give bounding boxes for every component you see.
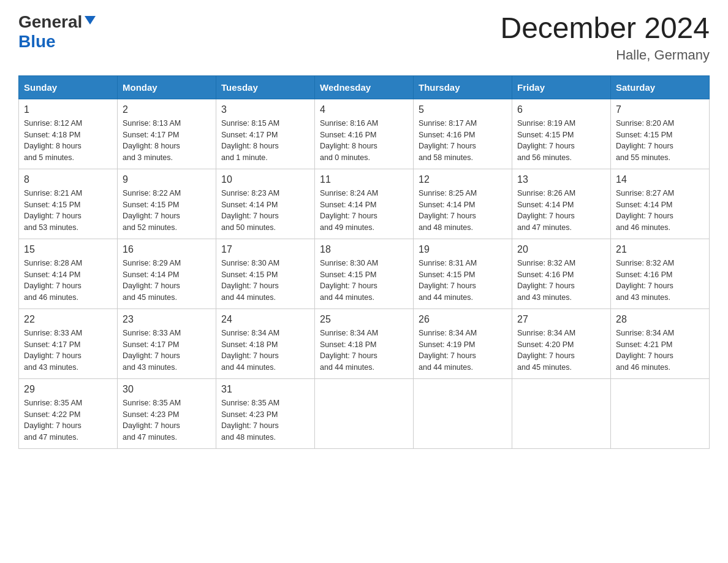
day-info: Sunrise: 8:33 AMSunset: 4:17 PMDaylight:… — [123, 327, 211, 373]
day-number: 21 — [616, 244, 704, 255]
day-info: Sunrise: 8:27 AMSunset: 4:14 PMDaylight:… — [616, 188, 704, 234]
day-number: 7 — [616, 104, 704, 115]
day-info: Sunrise: 8:34 AMSunset: 4:18 PMDaylight:… — [320, 327, 408, 373]
calendar-day-cell: 8Sunrise: 8:21 AMSunset: 4:15 PMDaylight… — [19, 169, 118, 239]
day-info: Sunrise: 8:32 AMSunset: 4:16 PMDaylight:… — [616, 258, 704, 304]
day-number: 13 — [517, 174, 605, 185]
calendar-header-row: SundayMondayTuesdayWednesdayThursdayFrid… — [19, 75, 710, 99]
day-info: Sunrise: 8:13 AMSunset: 4:17 PMDaylight:… — [123, 118, 211, 164]
day-info: Sunrise: 8:35 AMSunset: 4:23 PMDaylight:… — [123, 397, 211, 443]
calendar-day-cell: 28Sunrise: 8:34 AMSunset: 4:21 PMDayligh… — [611, 308, 710, 378]
day-number: 29 — [24, 384, 112, 395]
calendar-day-cell: 11Sunrise: 8:24 AMSunset: 4:14 PMDayligh… — [315, 169, 414, 239]
day-of-week-header: Saturday — [611, 75, 710, 99]
calendar-day-cell: 13Sunrise: 8:26 AMSunset: 4:14 PMDayligh… — [512, 169, 611, 239]
logo-general-text: General — [18, 12, 82, 32]
day-of-week-header: Monday — [118, 75, 216, 99]
day-info: Sunrise: 8:31 AMSunset: 4:15 PMDaylight:… — [419, 258, 507, 304]
day-info: Sunrise: 8:35 AMSunset: 4:22 PMDaylight:… — [24, 397, 112, 443]
day-of-week-header: Wednesday — [315, 75, 414, 99]
day-number: 22 — [24, 314, 112, 325]
page-header: General Blue December 2024 Halle, German… — [18, 12, 710, 63]
calendar-day-cell: 1Sunrise: 8:12 AMSunset: 4:18 PMDaylight… — [19, 99, 118, 169]
calendar-day-cell: 5Sunrise: 8:17 AMSunset: 4:16 PMDaylight… — [414, 99, 512, 169]
calendar-week-row: 15Sunrise: 8:28 AMSunset: 4:14 PMDayligh… — [19, 239, 710, 308]
calendar-day-cell: 27Sunrise: 8:34 AMSunset: 4:20 PMDayligh… — [512, 308, 611, 378]
calendar-day-cell: 4Sunrise: 8:16 AMSunset: 4:16 PMDaylight… — [315, 99, 414, 169]
day-number: 11 — [320, 174, 408, 185]
calendar-day-cell — [414, 378, 512, 448]
day-number: 20 — [517, 244, 605, 255]
day-number: 23 — [123, 314, 211, 325]
calendar-day-cell — [611, 378, 710, 448]
day-info: Sunrise: 8:34 AMSunset: 4:19 PMDaylight:… — [419, 327, 507, 373]
day-number: 25 — [320, 314, 408, 325]
logo-arrow-icon — [83, 13, 98, 31]
day-info: Sunrise: 8:25 AMSunset: 4:14 PMDaylight:… — [419, 188, 507, 234]
calendar-day-cell: 30Sunrise: 8:35 AMSunset: 4:23 PMDayligh… — [118, 378, 216, 448]
day-number: 19 — [419, 244, 507, 255]
calendar-day-cell: 31Sunrise: 8:35 AMSunset: 4:23 PMDayligh… — [216, 378, 315, 448]
day-info: Sunrise: 8:32 AMSunset: 4:16 PMDaylight:… — [517, 258, 605, 304]
day-info: Sunrise: 8:20 AMSunset: 4:15 PMDaylight:… — [616, 118, 704, 164]
day-number: 28 — [616, 314, 704, 325]
calendar-title: December 2024 — [500, 12, 710, 45]
day-info: Sunrise: 8:19 AMSunset: 4:15 PMDaylight:… — [517, 118, 605, 164]
day-info: Sunrise: 8:34 AMSunset: 4:20 PMDaylight:… — [517, 327, 605, 373]
day-of-week-header: Thursday — [414, 75, 512, 99]
day-number: 15 — [24, 244, 112, 255]
calendar-day-cell: 10Sunrise: 8:23 AMSunset: 4:14 PMDayligh… — [216, 169, 315, 239]
calendar-day-cell: 26Sunrise: 8:34 AMSunset: 4:19 PMDayligh… — [414, 308, 512, 378]
day-info: Sunrise: 8:34 AMSunset: 4:18 PMDaylight:… — [221, 327, 309, 373]
calendar-day-cell: 21Sunrise: 8:32 AMSunset: 4:16 PMDayligh… — [611, 239, 710, 308]
calendar-day-cell: 7Sunrise: 8:20 AMSunset: 4:15 PMDaylight… — [611, 99, 710, 169]
day-info: Sunrise: 8:12 AMSunset: 4:18 PMDaylight:… — [24, 118, 112, 164]
day-number: 31 — [221, 384, 309, 395]
calendar-day-cell: 16Sunrise: 8:29 AMSunset: 4:14 PMDayligh… — [118, 239, 216, 308]
day-info: Sunrise: 8:29 AMSunset: 4:14 PMDaylight:… — [123, 258, 211, 304]
calendar-day-cell: 18Sunrise: 8:30 AMSunset: 4:15 PMDayligh… — [315, 239, 414, 308]
logo: General Blue — [18, 12, 98, 52]
day-number: 14 — [616, 174, 704, 185]
calendar-day-cell: 29Sunrise: 8:35 AMSunset: 4:22 PMDayligh… — [19, 378, 118, 448]
day-number: 4 — [320, 104, 408, 115]
logo-blue-text: Blue — [18, 32, 56, 52]
day-number: 24 — [221, 314, 309, 325]
calendar-day-cell: 22Sunrise: 8:33 AMSunset: 4:17 PMDayligh… — [19, 308, 118, 378]
title-section: December 2024 Halle, Germany — [500, 12, 710, 63]
calendar-day-cell: 3Sunrise: 8:15 AMSunset: 4:17 PMDaylight… — [216, 99, 315, 169]
day-info: Sunrise: 8:33 AMSunset: 4:17 PMDaylight:… — [24, 327, 112, 373]
calendar-week-row: 29Sunrise: 8:35 AMSunset: 4:22 PMDayligh… — [19, 378, 710, 448]
svg-marker-0 — [85, 16, 96, 25]
day-number: 2 — [123, 104, 211, 115]
calendar-day-cell: 2Sunrise: 8:13 AMSunset: 4:17 PMDaylight… — [118, 99, 216, 169]
day-of-week-header: Friday — [512, 75, 611, 99]
day-info: Sunrise: 8:23 AMSunset: 4:14 PMDaylight:… — [221, 188, 309, 234]
calendar-day-cell: 24Sunrise: 8:34 AMSunset: 4:18 PMDayligh… — [216, 308, 315, 378]
calendar-day-cell: 15Sunrise: 8:28 AMSunset: 4:14 PMDayligh… — [19, 239, 118, 308]
calendar-day-cell: 9Sunrise: 8:22 AMSunset: 4:15 PMDaylight… — [118, 169, 216, 239]
day-number: 3 — [221, 104, 309, 115]
calendar-day-cell — [512, 378, 611, 448]
day-info: Sunrise: 8:26 AMSunset: 4:14 PMDaylight:… — [517, 188, 605, 234]
day-number: 1 — [24, 104, 112, 115]
day-number: 10 — [221, 174, 309, 185]
day-info: Sunrise: 8:30 AMSunset: 4:15 PMDaylight:… — [221, 258, 309, 304]
day-number: 6 — [517, 104, 605, 115]
day-number: 26 — [419, 314, 507, 325]
day-info: Sunrise: 8:28 AMSunset: 4:14 PMDaylight:… — [24, 258, 112, 304]
calendar-day-cell — [315, 378, 414, 448]
calendar-day-cell: 25Sunrise: 8:34 AMSunset: 4:18 PMDayligh… — [315, 308, 414, 378]
day-info: Sunrise: 8:35 AMSunset: 4:23 PMDaylight:… — [221, 397, 309, 443]
day-number: 18 — [320, 244, 408, 255]
day-of-week-header: Tuesday — [216, 75, 315, 99]
day-number: 27 — [517, 314, 605, 325]
calendar-day-cell: 6Sunrise: 8:19 AMSunset: 4:15 PMDaylight… — [512, 99, 611, 169]
calendar-day-cell: 20Sunrise: 8:32 AMSunset: 4:16 PMDayligh… — [512, 239, 611, 308]
calendar-subtitle: Halle, Germany — [500, 47, 710, 63]
calendar-day-cell: 17Sunrise: 8:30 AMSunset: 4:15 PMDayligh… — [216, 239, 315, 308]
day-number: 30 — [123, 384, 211, 395]
day-number: 9 — [123, 174, 211, 185]
day-info: Sunrise: 8:22 AMSunset: 4:15 PMDaylight:… — [123, 188, 211, 234]
calendar-day-cell: 23Sunrise: 8:33 AMSunset: 4:17 PMDayligh… — [118, 308, 216, 378]
